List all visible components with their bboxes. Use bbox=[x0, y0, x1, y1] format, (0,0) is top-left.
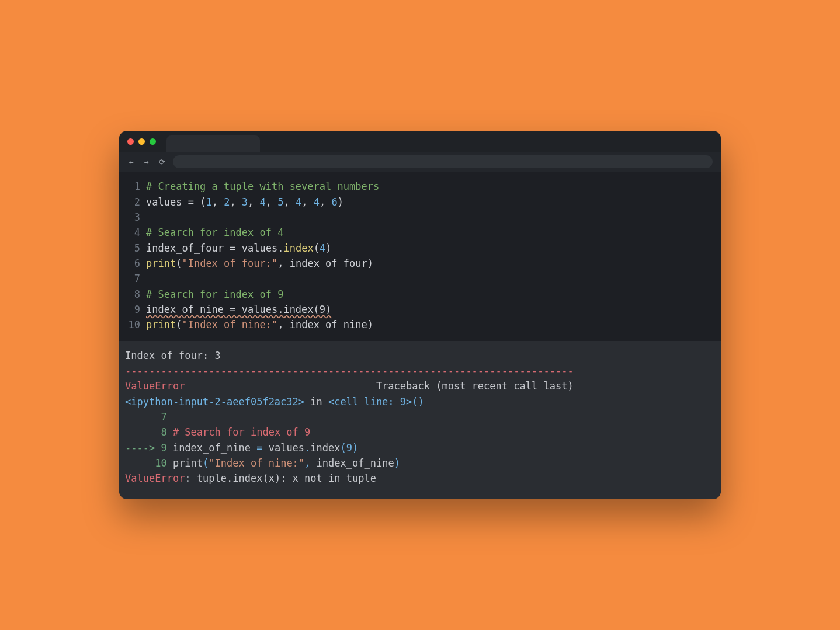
line-number: 7 bbox=[125, 271, 146, 286]
line-number: 10 bbox=[125, 317, 146, 332]
line-number: 3 bbox=[125, 210, 146, 225]
back-button[interactable]: ← bbox=[127, 158, 136, 166]
code-content: values = (1, 2, 3, 4, 5, 4, 4, 6) bbox=[146, 194, 343, 210]
line-number: 6 bbox=[125, 256, 146, 271]
line-number: 2 bbox=[125, 194, 146, 210]
output-line: ValueError: tuple.index(x): x not in tup… bbox=[125, 471, 715, 486]
code-line: 3 bbox=[125, 210, 715, 225]
output-line: Index of four: 3 bbox=[125, 348, 715, 363]
minimize-icon[interactable] bbox=[138, 138, 145, 145]
output-line: 7 bbox=[125, 409, 715, 424]
code-content: print("Index of nine:", index_of_nine) bbox=[146, 317, 373, 332]
code-line: 2values = (1, 2, 3, 4, 5, 4, 4, 6) bbox=[125, 194, 715, 210]
code-content: # Creating a tuple with several numbers bbox=[146, 179, 379, 194]
line-number: 1 bbox=[125, 179, 146, 194]
output-line: ----> 9 index_of_nine = values.index(9) bbox=[125, 440, 715, 455]
browser-window: ← → ⟳ 1# Creating a tuple with several n… bbox=[119, 131, 721, 499]
code-content: index_of_nine = values.index(9) bbox=[146, 302, 331, 317]
output-line: 10 print("Index of nine:", index_of_nine… bbox=[125, 455, 715, 471]
maximize-icon[interactable] bbox=[150, 138, 156, 145]
output-line: <ipython-input-2-aeef05f2ac32> in <cell … bbox=[125, 394, 715, 409]
code-content: # Search for index of 9 bbox=[146, 287, 283, 302]
output-line: ValueError Traceback (most recent call l… bbox=[125, 378, 715, 394]
code-content: index_of_four = values.index(4) bbox=[146, 241, 331, 256]
code-line: 7 bbox=[125, 271, 715, 286]
reload-button[interactable]: ⟳ bbox=[158, 158, 166, 166]
line-number: 5 bbox=[125, 241, 146, 256]
title-bar bbox=[119, 131, 721, 152]
code-content: # Search for index of 4 bbox=[146, 225, 283, 240]
code-line: 8# Search for index of 9 bbox=[125, 287, 715, 302]
close-icon[interactable] bbox=[127, 138, 134, 145]
code-line: 10print("Index of nine:", index_of_nine) bbox=[125, 317, 715, 332]
line-number: 4 bbox=[125, 225, 146, 240]
code-line: 9index_of_nine = values.index(9) bbox=[125, 302, 715, 317]
forward-button[interactable]: → bbox=[143, 158, 151, 166]
code-line: 4# Search for index of 4 bbox=[125, 225, 715, 240]
code-line: 1# Creating a tuple with several numbers bbox=[125, 179, 715, 194]
address-bar[interactable] bbox=[173, 155, 713, 168]
code-line: 5index_of_four = values.index(4) bbox=[125, 241, 715, 256]
line-number: 8 bbox=[125, 287, 146, 302]
code-editor[interactable]: 1# Creating a tuple with several numbers… bbox=[119, 172, 721, 340]
window-controls bbox=[127, 138, 156, 145]
output-line: ----------------------------------------… bbox=[125, 363, 715, 378]
output-line: 8 # Search for index of 9 bbox=[125, 424, 715, 440]
code-content: print("Index of four:", index_of_four) bbox=[146, 256, 373, 271]
code-line: 6print("Index of four:", index_of_four) bbox=[125, 256, 715, 271]
browser-tab[interactable] bbox=[166, 135, 260, 152]
output-panel: Index of four: 3------------------------… bbox=[119, 341, 721, 499]
nav-bar: ← → ⟳ bbox=[119, 152, 721, 172]
line-number: 9 bbox=[125, 302, 146, 317]
